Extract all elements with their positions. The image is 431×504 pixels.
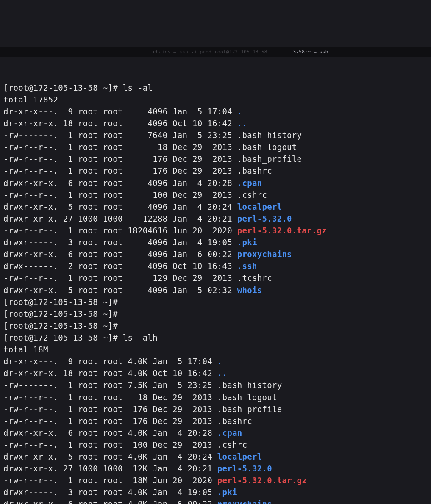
file-name: .pki [237,238,257,247]
listing-row: -rw-r--r--. 1 root root 176 Dec 29 2013 … [3,165,428,177]
listing-row: dr-xr-xr-x. 18 root root 4.0K Oct 10 16:… [3,367,428,379]
listing-row: drwxr-xr-x. 6 root root 4096 Jan 6 00:22… [3,248,428,260]
tab-active[interactable]: ...3-58:~ — ssh [284,49,328,55]
listing-row: -rw-r--r--. 1 root root 18204616 Jun 20 … [3,224,428,236]
file-name: .bash_profile [237,154,302,163]
listing-row: drwxr-xr-x. 6 root root 4096 Jan 4 20:28… [3,177,428,189]
total-line: total 17852 [3,94,428,105]
prompt-line[interactable]: [root@172-105-13-58 ~]# ls -al [3,82,428,94]
prompt: [root@172-105-13-58 ~]# [3,297,118,307]
tab-inactive[interactable]: ...chains — ssh -i prod root@172.105.13.… [144,49,267,55]
prompt: [root@172-105-13-58 ~]# [3,321,118,330]
file-name: localperl [217,452,262,461]
file-name: .cpan [237,178,262,188]
listing-row: drwxr-----. 3 root root 4096 Jan 4 19:05… [3,236,428,248]
file-name: .bash_history [217,380,282,390]
terminal-output[interactable]: [root@172-105-13-58 ~]# ls -altotal 1785… [3,82,428,504]
file-name: .bashrc [237,166,272,175]
file-name: localperl [237,202,282,211]
prompt-line[interactable]: [root@172-105-13-58 ~]# [3,308,428,320]
listing-row: -rw-r--r--. 1 root root 100 Dec 29 2013 … [3,439,428,451]
listing-row: drwxr-xr-x. 5 root root 4096 Jan 5 02:32… [3,284,428,296]
file-meta: drwxr-xr-x. 6 root root 4096 Jan 6 00:22 [3,249,237,259]
listing-row: -rw-------. 1 root root 7640 Jan 5 23:25… [3,129,428,141]
prompt-line[interactable]: [root@172-105-13-58 ~]# [3,296,428,308]
file-name: .bash_profile [217,404,282,414]
file-meta: -rw-r--r--. 1 root root 100 Dec 29 2013 [3,190,237,199]
listing-row: -rw-r--r--. 1 root root 18M Jun 20 2020 … [3,474,428,486]
file-meta: -rw-r--r--. 1 root root 18 Dec 29 2013 [3,142,237,152]
file-name: perl-5.32.0 [237,214,292,223]
file-meta: dr-xr-xr-x. 18 root root 4096 Oct 10 16:… [3,119,237,128]
file-meta: -rw-r--r--. 1 root root 176 Dec 29 2013 [3,166,237,175]
prompt-line[interactable]: [root@172-105-13-58 ~]# [3,320,428,332]
command-text: ls -al [123,83,153,92]
listing-row: drwxr-xr-x. 27 1000 1000 12288 Jan 4 20:… [3,213,428,224]
file-name: perl-5.32.0.tar.gz [237,226,327,235]
file-name: .bash_logout [217,393,277,402]
file-meta: -rw-r--r--. 1 root root 100 Dec 29 2013 [3,440,217,449]
file-name: .. [217,368,227,378]
prompt: [root@172-105-13-58 ~]# [3,83,118,92]
file-meta: drwxr-xr-x. 6 root root 4.0K Jan 4 20:28 [3,428,217,438]
file-name: .cshrc [237,190,267,199]
file-name: .pki [217,487,237,497]
file-name: perl-5.32.0.tar.gz [217,476,307,485]
terminal-tabbar[interactable]: ...chains — ssh -i prod root@172.105.13.… [0,47,431,57]
file-meta: drwxr-----. 3 root root 4.0K Jan 4 19:05 [3,487,217,497]
listing-row: drwxr-xr-x. 6 root root 4.0K Jan 4 20:28… [3,427,428,439]
file-name: .bash_logout [237,142,297,152]
file-meta: drwxr-----. 3 root root 4096 Jan 4 19:05 [3,238,237,247]
file-meta: -rw-r--r--. 1 root root 18204616 Jun 20 … [3,226,237,235]
listing-row: -rw-r--r--. 1 root root 100 Dec 29 2013 … [3,189,428,201]
listing-row: drwxr-xr-x. 27 1000 1000 12K Jan 4 20:21… [3,462,428,474]
command-text: ls -alh [123,333,158,342]
file-meta: drwxr-xr-x. 27 1000 1000 12K Jan 4 20:21 [3,464,217,473]
file-name: .. [237,119,247,128]
file-name: proxychains [237,249,292,259]
listing-row: drwx------. 2 root root 4096 Oct 10 16:4… [3,260,428,272]
listing-row: drwxr-xr-x. 6 root root 4.0K Jan 6 00:22… [3,498,428,504]
file-name: .ssh [237,261,257,271]
listing-row: -rw-------. 1 root root 7.5K Jan 5 23:25… [3,379,428,391]
listing-row: drwxr-----. 3 root root 4.0K Jan 4 19:05… [3,486,428,498]
total-line: total 18M [3,343,428,355]
listing-row: drwxr-xr-x. 5 root root 4096 Jan 4 20:24… [3,201,428,213]
file-meta: drwxr-xr-x. 6 root root 4.0K Jan 6 00:22 [3,499,217,504]
file-meta: -rw-------. 1 root root 7640 Jan 5 23:25 [3,130,237,140]
file-meta: -rw-r--r--. 1 root root 176 Dec 29 2013 [3,404,217,414]
file-name: .cshrc [217,440,247,449]
file-name: whois [237,285,262,295]
file-meta: -rw-r--r--. 1 root root 176 Dec 29 2013 [3,154,237,163]
file-name: .bashrc [217,416,252,426]
listing-row: -rw-r--r--. 1 root root 18 Dec 29 2013 .… [3,391,428,403]
file-name: perl-5.32.0 [217,464,272,473]
listing-row: drwxr-xr-x. 5 root root 4.0K Jan 4 20:24… [3,451,428,462]
prompt-line[interactable]: [root@172-105-13-58 ~]# ls -alh [3,332,428,343]
prompt: [root@172-105-13-58 ~]# [3,309,118,318]
file-meta: drwxr-xr-x. 6 root root 4096 Jan 4 20:28 [3,178,237,188]
file-name: .bash_history [237,130,302,140]
file-meta: dr-xr-x---. 9 root root 4.0K Jan 5 17:04 [3,357,217,366]
file-meta: -rw-r--r--. 1 root root 18 Dec 29 2013 [3,393,217,402]
file-name: .tcshrc [237,273,272,282]
listing-row: dr-xr-xr-x. 18 root root 4096 Oct 10 16:… [3,117,428,129]
file-meta: -rw-------. 1 root root 7.5K Jan 5 23:25 [3,380,217,390]
file-meta: drwxr-xr-x. 27 1000 1000 12288 Jan 4 20:… [3,214,237,223]
file-meta: -rw-r--r--. 1 root root 129 Dec 29 2013 [3,273,237,282]
file-meta: -rw-r--r--. 1 root root 18M Jun 20 2020 [3,476,217,485]
file-meta: drwx------. 2 root root 4096 Oct 10 16:4… [3,261,237,271]
listing-row: -rw-r--r--. 1 root root 176 Dec 29 2013 … [3,415,428,427]
listing-row: dr-xr-x---. 9 root root 4096 Jan 5 17:04… [3,105,428,117]
listing-row: -rw-r--r--. 1 root root 176 Dec 29 2013 … [3,153,428,165]
file-name: . [237,107,242,116]
listing-row: -rw-r--r--. 1 root root 129 Dec 29 2013 … [3,272,428,284]
file-meta: drwxr-xr-x. 5 root root 4096 Jan 5 02:32 [3,285,237,295]
file-name: . [217,357,222,366]
file-meta: dr-xr-xr-x. 18 root root 4.0K Oct 10 16:… [3,368,217,378]
file-name: .cpan [217,428,242,438]
file-meta: drwxr-xr-x. 5 root root 4.0K Jan 4 20:24 [3,452,217,461]
file-meta: -rw-r--r--. 1 root root 176 Dec 29 2013 [3,416,217,426]
file-name: proxychains [217,499,272,504]
listing-row: -rw-r--r--. 1 root root 18 Dec 29 2013 .… [3,141,428,153]
